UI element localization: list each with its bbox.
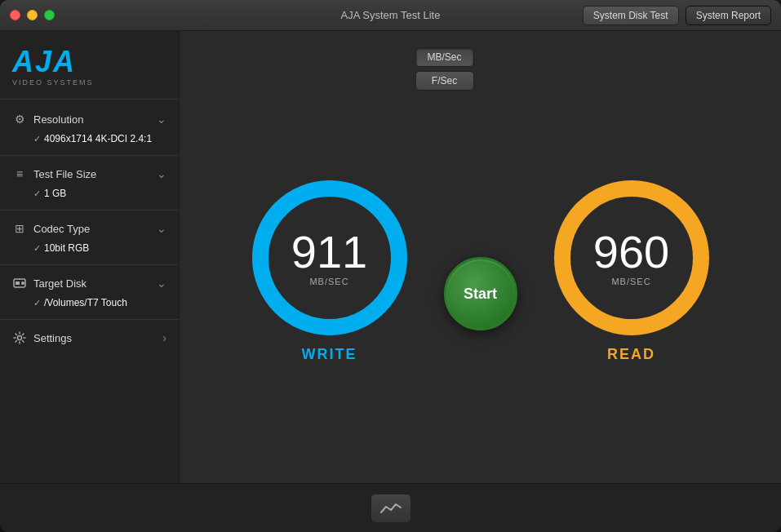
- sidebar-section-settings: Settings ›: [0, 322, 179, 353]
- filesize-value: ✓1 GB: [0, 186, 179, 204]
- filesize-label: Test File Size: [33, 168, 96, 180]
- write-gauge-value: 911 MB/SEC: [291, 229, 367, 286]
- write-gauge-unit: MB/SEC: [291, 277, 367, 286]
- sidebar-section-codec: ⊞ Codec Type ⌄ ✓10bit RGB: [0, 213, 179, 262]
- write-gauge-number: 911: [291, 229, 367, 275]
- gauges-container: 911 MB/SEC WRITE Start: [248, 72, 713, 467]
- write-gauge: 911 MB/SEC: [248, 176, 411, 339]
- disk-value: ✓/Volumes/T7 Touch: [0, 295, 179, 313]
- settings-chevron: ›: [162, 331, 166, 344]
- filesize-chevron: ⌄: [157, 167, 166, 180]
- sidebar-item-filesize[interactable]: ≡ Test File Size ⌄: [0, 162, 179, 186]
- disk-icon: [12, 276, 27, 290]
- divider-2: [0, 210, 179, 211]
- divider-1: [0, 155, 179, 156]
- divider-4: [0, 319, 179, 320]
- sidebar-section-disk: Target Disk ⌄ ✓/Volumes/T7 Touch: [0, 268, 179, 317]
- aja-subtitle: VIDEO SYSTEMS: [12, 78, 166, 86]
- sidebar-item-disk[interactable]: Target Disk ⌄: [0, 271, 179, 295]
- header-buttons: System Disk Test System Report: [583, 6, 771, 25]
- svg-point-1: [21, 282, 24, 285]
- codec-chevron: ⌄: [157, 222, 166, 235]
- write-gauge-wrapper: 911 MB/SEC WRITE: [248, 176, 411, 363]
- unit-toggle: MB/Sec F/Sec: [415, 47, 474, 91]
- sidebar: AJA VIDEO SYSTEMS ⚙ Resolution ⌄ ✓4096x1…: [0, 31, 180, 483]
- resolution-icon: ⚙: [12, 112, 27, 126]
- settings-icon: [12, 330, 27, 345]
- sidebar-item-codec[interactable]: ⊞ Codec Type ⌄: [0, 216, 179, 241]
- resolution-value: ✓4096x1714 4K-DCI 2.4:1: [0, 131, 179, 149]
- settings-label: Settings: [33, 332, 72, 344]
- read-gauge-unit: MB/SEC: [593, 277, 669, 286]
- sidebar-item-settings[interactable]: Settings ›: [0, 326, 179, 350]
- disk-chevron: ⌄: [157, 277, 166, 290]
- titlebar: AJA System Test Lite System Disk Test Sy…: [0, 0, 781, 31]
- bottombar: [0, 483, 781, 532]
- disk-label: Target Disk: [33, 277, 87, 290]
- fsec-button[interactable]: F/Sec: [415, 71, 474, 91]
- aja-letters: AJA: [12, 47, 166, 77]
- write-gauge-label: WRITE: [302, 346, 357, 363]
- divider-3: [0, 264, 179, 265]
- sidebar-item-resolution[interactable]: ⚙ Resolution ⌄: [0, 107, 179, 131]
- filesize-icon: ≡: [12, 166, 27, 181]
- start-button[interactable]: Start: [444, 257, 517, 330]
- logo-area: AJA VIDEO SYSTEMS: [0, 39, 179, 100]
- window-title: AJA System Test Lite: [341, 9, 441, 21]
- traffic-lights: [10, 10, 55, 20]
- read-gauge-number: 960: [593, 229, 669, 275]
- sidebar-section-filesize: ≡ Test File Size ⌄ ✓1 GB: [0, 158, 179, 207]
- chart-button[interactable]: [371, 494, 411, 523]
- main-content: AJA VIDEO SYSTEMS ⚙ Resolution ⌄ ✓4096x1…: [0, 31, 781, 483]
- aja-logo: AJA VIDEO SYSTEMS: [12, 47, 166, 86]
- start-button-wrapper: Start: [444, 233, 517, 306]
- read-gauge-wrapper: 960 MB/SEC READ: [550, 176, 713, 363]
- svg-point-3: [18, 336, 22, 340]
- svg-rect-2: [16, 282, 20, 285]
- read-gauge-value: 960 MB/SEC: [593, 229, 669, 286]
- close-button[interactable]: [10, 10, 20, 20]
- mbsec-button[interactable]: MB/Sec: [415, 47, 474, 67]
- codec-value: ✓10bit RGB: [0, 241, 179, 259]
- codec-label: Codec Type: [33, 223, 90, 235]
- resolution-chevron: ⌄: [157, 113, 166, 126]
- minimize-button[interactable]: [27, 10, 38, 20]
- system-disk-test-button[interactable]: System Disk Test: [583, 6, 679, 25]
- system-report-button[interactable]: System Report: [686, 6, 771, 25]
- app-window: AJA System Test Lite System Disk Test Sy…: [0, 0, 781, 532]
- resolution-label: Resolution: [33, 113, 83, 126]
- sidebar-section-resolution: ⚙ Resolution ⌄ ✓4096x1714 4K-DCI 2.4:1: [0, 104, 179, 153]
- maximize-button[interactable]: [44, 10, 55, 20]
- chart-icon: [379, 500, 402, 516]
- read-gauge-label: READ: [607, 346, 655, 363]
- content-area: MB/Sec F/Sec 911 MB/SEC: [180, 31, 781, 483]
- codec-icon: ⊞: [12, 221, 27, 236]
- read-gauge: 960 MB/SEC: [550, 176, 713, 339]
